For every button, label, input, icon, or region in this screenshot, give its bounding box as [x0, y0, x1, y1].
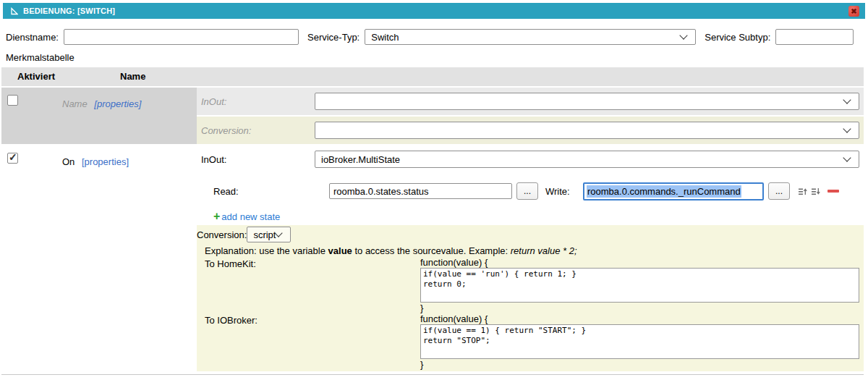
- close-icon[interactable]: ✖: [848, 6, 859, 17]
- add-new-state-link[interactable]: add new state: [221, 211, 280, 222]
- row-on-left-cell: On [properties]: [1, 145, 197, 371]
- service-editor-window: BEDIENUNG: [SWITCH] ✖ Dienstname: Servic…: [0, 0, 868, 380]
- table-header: Aktiviert Name: [1, 67, 864, 86]
- row-on-conversion-row: Conversion: script: [197, 225, 864, 244]
- move-up-icon[interactable]: [797, 186, 807, 196]
- row-name-conversion-select[interactable]: [315, 122, 859, 139]
- write-input[interactable]: roomba.0.commands._runCommand: [583, 182, 764, 200]
- add-state-row: + add new state: [197, 208, 864, 225]
- state-order-controls: [797, 186, 839, 196]
- row-on-right-cells: InOut: ioBroker.MultiState Read: ... Wri…: [197, 145, 864, 371]
- characteristics-table: Aktiviert Name Name [properties] InOut:: [1, 67, 864, 375]
- service-typ-select[interactable]: Switch: [365, 29, 696, 45]
- write-label: Write:: [545, 186, 583, 197]
- plus-icon: +: [213, 211, 220, 222]
- conversion-label: Conversion:: [197, 125, 315, 136]
- row-name-checkbox[interactable]: [7, 95, 18, 106]
- row-on-checkbox[interactable]: [7, 153, 18, 164]
- dienstname-input[interactable]: [64, 29, 299, 45]
- conversion-label: Conversion:: [197, 229, 247, 240]
- row-on-inout-value: ioBroker.MultiState: [321, 154, 400, 165]
- explanation-example: return value * 2;: [511, 245, 577, 256]
- row-on-inout-select[interactable]: ioBroker.MultiState: [315, 151, 859, 168]
- service-form-row: Dienstname: Service-Typ: Switch Service …: [6, 29, 854, 45]
- read-browse-button[interactable]: ...: [516, 182, 538, 200]
- remove-state-icon[interactable]: [827, 190, 839, 193]
- write-input-value: roomba.0.commands._runCommand: [587, 185, 741, 198]
- explanation-middle: to access the sourcevalue. Example:: [352, 245, 511, 256]
- header-aktiviert: Aktiviert: [17, 71, 55, 82]
- to-homekit-label: To HomeKit:: [197, 257, 420, 269]
- service-subtyp-input[interactable]: [775, 29, 854, 45]
- characteristic-name-label: On: [62, 156, 75, 167]
- row-on-conversion-value: script: [253, 229, 276, 240]
- table-caption: Merkmalstabelle: [6, 52, 75, 63]
- row-name-inout-row: InOut:: [197, 88, 864, 115]
- script-explanation: Explanation: use the variable value to a…: [197, 244, 864, 257]
- service-typ-value: Switch: [371, 32, 399, 43]
- window-title: BEDIENUNG: [SWITCH]: [23, 7, 115, 15]
- inout-label: InOut:: [197, 154, 315, 165]
- characteristic-name-label: Name: [62, 98, 88, 109]
- properties-link[interactable]: [properties]: [82, 156, 129, 167]
- row-name-conversion-row: Conversion:: [197, 117, 864, 144]
- collapse-triangle-icon[interactable]: [9, 6, 19, 16]
- chevron-down-icon: [843, 96, 851, 104]
- row-name-title: Name [properties]: [62, 98, 141, 109]
- read-label: Read:: [213, 186, 329, 197]
- dienstname-label: Dienstname:: [6, 32, 59, 43]
- to-iobroker-label: To IOBroker:: [197, 313, 420, 326]
- read-input[interactable]: [329, 183, 512, 199]
- row-on-inout-row: InOut: ioBroker.MultiState: [197, 145, 864, 173]
- iobroker-function-close: }: [420, 359, 859, 370]
- chevron-down-icon: [680, 31, 688, 39]
- properties-link[interactable]: [properties]: [94, 98, 141, 109]
- homekit-code-textarea[interactable]: if(value == 'run') { return 1; } return …: [420, 268, 859, 303]
- iobroker-code-textarea[interactable]: if(value == 1) { return "START"; } retur…: [420, 324, 859, 359]
- explanation-variable: value: [328, 245, 352, 256]
- table-row-on: On [properties] InOut: ioBroker.MultiSta…: [1, 145, 864, 371]
- read-write-row: Read: ... Write: roomba.0.commands._runC…: [197, 174, 864, 208]
- row-on-conversion-select[interactable]: script: [247, 227, 291, 242]
- to-iobroker-row: To IOBroker: function(value) { if(value …: [197, 313, 864, 371]
- service-subtyp-label: Service Subtyp:: [705, 32, 770, 43]
- header-name: Name: [120, 71, 145, 82]
- chevron-down-icon: [843, 153, 851, 161]
- iobroker-function-open: function(value) {: [420, 313, 859, 324]
- iobroker-function-block: function(value) { if(value == 1) { retur…: [420, 313, 859, 370]
- chevron-down-icon: [843, 124, 851, 132]
- homekit-function-close: }: [420, 303, 859, 313]
- move-down-icon[interactable]: [810, 186, 820, 196]
- write-browse-button[interactable]: ...: [768, 182, 790, 200]
- to-homekit-row: To HomeKit: function(value) { if(value =…: [197, 257, 864, 313]
- row-name-inout-select[interactable]: [315, 93, 859, 110]
- inout-label: InOut:: [197, 96, 315, 107]
- explanation-prefix: Explanation: use the variable: [205, 245, 328, 256]
- homekit-function-block: function(value) { if(value == 'run') { r…: [420, 257, 859, 313]
- row-on-title: On [properties]: [62, 156, 129, 167]
- homekit-function-open: function(value) {: [420, 257, 859, 268]
- table-row-name: Name [properties] InOut: Conversion:: [1, 88, 864, 144]
- window-titlebar: BEDIENUNG: [SWITCH] ✖: [3, 3, 865, 19]
- row-name-left-cell: Name [properties]: [1, 88, 197, 144]
- chevron-down-icon: [275, 229, 283, 237]
- service-typ-label: Service-Typ:: [307, 32, 359, 43]
- row-name-right-cells: InOut: Conversion:: [197, 88, 864, 144]
